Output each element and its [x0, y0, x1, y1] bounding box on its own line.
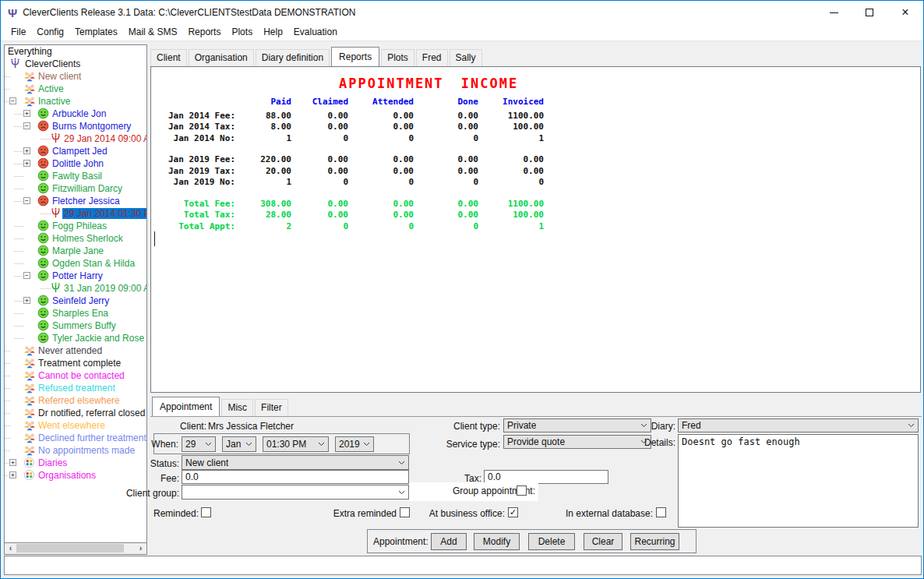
menu-item-mail-sms[interactable]: Mail & SMS [123, 25, 183, 40]
expand-icon[interactable]: + [23, 160, 30, 167]
tree-item-clampett-jed[interactable]: +Clampett Jed [5, 145, 146, 157]
subtab-appointment[interactable]: Appointment [152, 397, 220, 416]
tab-sally[interactable]: Sally [450, 49, 482, 66]
service-type-select[interactable]: Provide quote [503, 435, 651, 449]
fee-input[interactable] [182, 470, 409, 484]
tree-item-ogden-stan-hilda[interactable]: Ogden Stan & Hilda [5, 257, 146, 270]
subtab-misc[interactable]: Misc [221, 399, 253, 416]
add-button[interactable]: Add [431, 533, 467, 550]
tab-organisation[interactable]: Organisation [189, 49, 254, 66]
tab-plots[interactable]: Plots [381, 49, 414, 66]
clear-button[interactable]: Clear [584, 533, 622, 550]
close-button[interactable]: × [887, 1, 923, 24]
tree-item-holmes-sherlock[interactable]: Holmes Sherlock [5, 232, 146, 245]
tree-item-tyler-jackie-and-rose[interactable]: Tyler Jackie and Rose [5, 332, 146, 344]
status-select[interactable]: New client [182, 455, 409, 470]
tree-guide-line [14, 226, 24, 227]
maximize-button[interactable] [852, 1, 887, 24]
tree-item-cleverclients[interactable]: CleverClients [5, 58, 146, 70]
tree-item-new-client[interactable]: New client [5, 70, 146, 83]
people-icon [23, 95, 36, 108]
tree-item-summers-buffy[interactable]: Summers Buffy [5, 320, 146, 332]
tree-item-fawlty-basil[interactable]: Fawlty Basil [5, 170, 146, 182]
tree-item-31-jan-2019-09-00-a[interactable]: 31 Jan 2019 09:00 A [5, 282, 146, 295]
tree-item-fletcher-jessica[interactable]: −Fletcher Jessica [5, 195, 146, 207]
scroll-thumb[interactable] [16, 544, 124, 553]
menu-item-templates[interactable]: Templates [69, 25, 123, 40]
tree-item-refused-treatment[interactable]: Refused treatment [5, 382, 146, 394]
tab-client[interactable]: Client [150, 49, 187, 66]
tree-item-potter-harry[interactable]: −Potter Harry [5, 270, 146, 282]
in-external-database-checkbox[interactable] [656, 507, 666, 517]
tree-item-seinfeld-jerry[interactable]: +Seinfeld Jerry [5, 295, 146, 307]
when-month-select[interactable]: Jan [222, 436, 256, 452]
report-cell: 20.00 [235, 166, 291, 178]
collapse-icon[interactable]: − [9, 97, 16, 104]
expand-icon[interactable]: + [23, 110, 30, 117]
scroll-right-arrow[interactable]: › [135, 543, 146, 553]
when-day-select[interactable]: 29 [182, 436, 216, 452]
tree-item-marple-jane[interactable]: Marple Jane [5, 245, 146, 257]
expand-icon[interactable]: + [9, 459, 16, 466]
tree-filter-header[interactable]: Everything [4, 44, 147, 58]
smiley-green-icon [37, 257, 50, 270]
tree-item-referred-elsewhere[interactable]: Referred elsewhere [5, 394, 146, 407]
tree-item-dolittle-john[interactable]: +Dolittle John [5, 157, 146, 170]
in-external-database-label: In external database: [546, 508, 653, 519]
people-icon [23, 369, 36, 382]
menu-item-file[interactable]: File [5, 25, 31, 40]
tree-horizontal-scrollbar[interactable]: ‹ › [4, 543, 147, 555]
when-year-select[interactable]: 2019 [335, 436, 374, 452]
report-cell: Attended [348, 97, 414, 108]
delete-button[interactable]: Delete [528, 533, 575, 550]
tree-item-active[interactable]: Active [5, 83, 146, 95]
menu-item-evaluation[interactable]: Evaluation [288, 25, 343, 40]
menu-item-reports[interactable]: Reports [182, 25, 226, 40]
minimize-button[interactable] [816, 1, 852, 24]
expand-icon[interactable]: + [23, 297, 30, 304]
menu-item-config[interactable]: Config [31, 25, 69, 40]
recurring-button[interactable]: Recurring [630, 533, 679, 550]
collapse-icon[interactable]: − [23, 272, 30, 279]
expand-icon[interactable]: + [23, 147, 30, 154]
diary-select[interactable]: Fred [678, 418, 919, 432]
tree-item-cannot-be-contacted[interactable]: Cannot be contacted [5, 369, 146, 382]
tree-item-arbuckle-jon[interactable]: +Arbuckle Jon [5, 108, 146, 120]
scroll-left-arrow[interactable]: ‹ [5, 543, 16, 553]
tree-item-burns-montgomery[interactable]: −Burns Montgomery [5, 120, 146, 132]
extra-reminded-checkbox[interactable] [400, 507, 410, 517]
report-cell: 0 [348, 177, 414, 189]
subtab-filter[interactable]: Filter [255, 399, 288, 416]
at-business-office-checkbox[interactable]: ✓ [508, 507, 518, 517]
reminded-checkbox[interactable] [201, 507, 211, 517]
tree-item-29-jan-2014-01-30-p[interactable]: 29 Jan 2014 01:30 P [5, 207, 146, 220]
tab-reports[interactable]: Reports [331, 47, 379, 66]
tree-item-never-attended[interactable]: Never attended [5, 344, 146, 357]
modify-button[interactable]: Modify [474, 533, 520, 550]
report-cell: 0 [348, 221, 414, 233]
menu-item-help[interactable]: Help [258, 25, 288, 40]
tree-item-inactive[interactable]: −Inactive [5, 95, 146, 108]
tree-item-fogg-phileas[interactable]: Fogg Phileas [5, 220, 146, 232]
collapse-icon[interactable]: − [23, 122, 30, 129]
tab-diary-definition[interactable]: Diary definition [256, 49, 330, 66]
details-textarea[interactable] [678, 434, 919, 528]
group-appointment-checkbox[interactable] [517, 485, 527, 496]
report-cell: 88.00 [235, 111, 291, 122]
report-cell: Done [414, 97, 478, 108]
tree-item-fitzwilliam-darcy[interactable]: Fitzwilliam Darcy [5, 182, 146, 195]
report-cell: 1 [235, 177, 291, 189]
client-type-select[interactable]: Private [503, 418, 651, 432]
tree-item-dr-notified-referral-closed[interactable]: Dr notified, referral closed [5, 407, 146, 419]
expand-icon[interactable]: + [9, 471, 16, 478]
when-time-select[interactable]: 01:30 PM [263, 436, 329, 452]
collapse-icon[interactable]: − [23, 197, 30, 204]
menu-item-plots[interactable]: Plots [226, 25, 258, 40]
client-group-select[interactable] [182, 485, 409, 500]
tree-item-29-jan-2014-09-00-a[interactable]: 29 Jan 2014 09:00 A [5, 132, 146, 145]
report-cell: 0 [414, 133, 478, 145]
tree-item-treatment-complete[interactable]: Treatment complete [5, 357, 146, 369]
tree-item-label: Never attended [37, 345, 104, 356]
tree-item-sharples-ena[interactable]: Sharples Ena [5, 307, 146, 320]
tab-fred[interactable]: Fred [416, 49, 448, 66]
